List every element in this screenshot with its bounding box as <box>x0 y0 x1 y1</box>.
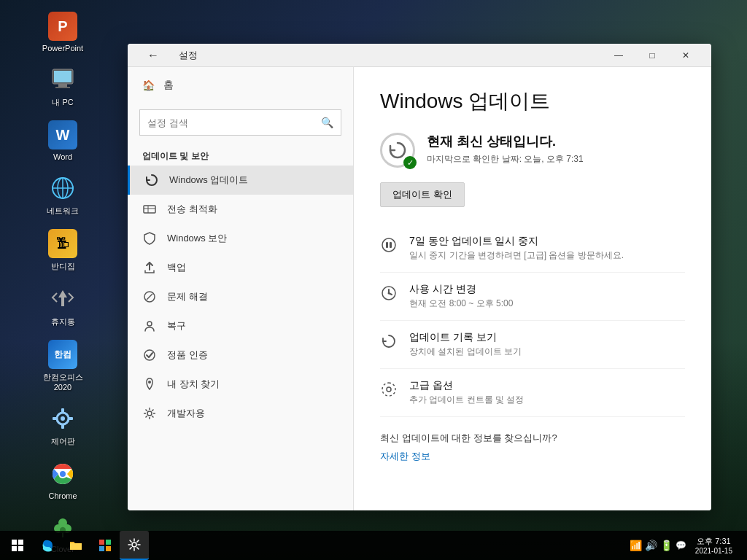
nav-label-find-device: 내 장치 찾기 <box>167 378 220 391</box>
start-button[interactable] <box>3 531 32 560</box>
option-advanced[interactable]: 고급 옵션 추가 업데이트 컨트롤 및 설정 <box>380 369 685 417</box>
taskbar-folder[interactable] <box>61 531 90 560</box>
svg-point-16 <box>60 471 66 477</box>
history-icon <box>380 332 398 350</box>
svg-line-36 <box>152 416 153 417</box>
svg-rect-54 <box>99 546 104 551</box>
sidebar-search-input[interactable] <box>147 117 315 128</box>
sidebar-item-activation[interactable]: 정품 인증 <box>128 341 353 370</box>
desktop-icon-bandzip[interactable]: 🗜 반디집 <box>34 225 92 276</box>
sidebar-item-backup[interactable]: 백업 <box>128 253 353 282</box>
maximize-button[interactable]: □ <box>635 44 669 67</box>
taskbar-settings-active[interactable] <box>120 531 149 560</box>
svg-rect-55 <box>106 546 111 551</box>
svg-rect-47 <box>12 540 17 545</box>
nav-label-security: Windows 보안 <box>167 232 227 245</box>
icon-label-powerpoint: PowerPoint <box>42 44 83 52</box>
desktop-icon-hancom[interactable]: 한컴 한컴오피스 2020 <box>34 335 92 396</box>
option-history-text: 업데이트 기록 보기 장치에 설치된 업데이트 보기 <box>409 331 522 358</box>
sidebar-search-box: 🔍 <box>139 109 341 136</box>
update-icon-wrap: ✓ <box>380 133 415 168</box>
sidebar-search-area: 🔍 <box>128 104 353 144</box>
sidebar-home[interactable]: 🏠 홈 <box>128 67 353 104</box>
sidebar-item-recovery[interactable]: 복구 <box>128 311 353 341</box>
option-pause[interactable]: 7일 동안 업데이트 일시 중지 일시 중지 기간을 변경하려면 [고급] 옵션… <box>380 225 685 273</box>
svg-point-30 <box>147 411 152 416</box>
desktop-icon-mypc[interactable]: 내 PC <box>34 61 92 112</box>
taskbar-time: 오후 7:31 <box>697 536 730 547</box>
window-controls: — □ ✕ <box>602 44 703 67</box>
desktop-icon-chrome[interactable]: Chrome <box>34 455 92 505</box>
svg-rect-48 <box>18 540 23 545</box>
update-options-list: 7일 동안 업데이트 일시 중지 일시 중지 기간을 변경하려면 [고급] 옵션… <box>380 225 685 417</box>
option-advanced-desc: 추가 업데이트 컨트롤 및 설정 <box>409 394 524 406</box>
icon-label-hancom: 한컴오피스 2020 <box>38 372 88 392</box>
sidebar-item-troubleshoot[interactable]: 문제 해결 <box>128 282 353 311</box>
taskbar-store[interactable] <box>90 531 120 560</box>
sidebar-item-delivery-opt[interactable]: 전송 최적화 <box>128 195 353 224</box>
svg-point-56 <box>132 542 136 547</box>
svg-rect-1 <box>54 71 71 82</box>
check-updates-button[interactable]: 업데이트 확인 <box>380 182 465 207</box>
bottom-link[interactable]: 자세한 정보 <box>380 451 430 462</box>
nav-label-update: Windows 업데이트 <box>169 174 248 187</box>
svg-rect-2 <box>58 84 67 87</box>
taskbar-items <box>32 531 630 560</box>
nav-icon-update <box>144 173 159 187</box>
option-hours-desc: 현재 오전 8:00 ~ 오후 5:00 <box>409 298 513 310</box>
svg-point-29 <box>148 381 151 384</box>
sidebar-section-title: 업데이트 및 보안 <box>128 144 353 166</box>
svg-line-26 <box>147 294 152 300</box>
content-title: Windows 업데이트 <box>380 88 685 115</box>
icon-label-control: 제어판 <box>51 436 75 447</box>
taskbar-notification-icon: 💬 <box>676 540 686 551</box>
sidebar-item-find-device[interactable]: 내 장치 찾기 <box>128 370 353 399</box>
gear-icon <box>380 381 398 398</box>
option-advanced-text: 고급 옵션 추가 업데이트 컨트롤 및 설정 <box>409 379 524 406</box>
sidebar-item-windows-update[interactable]: Windows 업데이트 <box>128 166 353 195</box>
svg-point-9 <box>61 416 65 421</box>
desktop-icon-area: P PowerPoint 내 PC W Word <box>0 0 125 560</box>
icon-label-network: 네트워크 <box>47 206 79 217</box>
option-active-hours[interactable]: 사용 시간 변경 현재 오전 8:00 ~ 오후 5:00 <box>380 273 685 321</box>
close-button[interactable]: ✕ <box>669 44 703 67</box>
svg-rect-40 <box>386 242 388 248</box>
taskbar-volume-icon: 🔊 <box>645 540 657 551</box>
sidebar-item-developer[interactable]: 개발자용 <box>128 399 353 428</box>
taskbar-edge[interactable] <box>32 531 61 560</box>
status-title: 현재 최신 상태입니다. <box>427 133 584 150</box>
desktop-icon-control[interactable]: 제어판 <box>34 400 92 451</box>
bottom-text: 최신 업데이트에 대한 정보를 찾으십니까? <box>380 432 685 445</box>
svg-point-46 <box>387 387 391 392</box>
nav-icon-backup <box>142 260 157 275</box>
update-status-box: ✓ 현재 최신 상태입니다. 마지막으로 확인한 날짜: 오늘, 오후 7:31 <box>380 133 685 168</box>
svg-rect-52 <box>99 540 104 545</box>
option-history[interactable]: 업데이트 기록 보기 장치에 설치된 업데이트 보기 <box>380 321 685 369</box>
window-title: 설정 <box>179 49 198 62</box>
svg-rect-49 <box>12 546 17 551</box>
taskbar-clock[interactable]: 오후 7:31 2021-01-15 <box>689 536 738 555</box>
option-advanced-title: 고급 옵션 <box>409 379 524 392</box>
svg-line-35 <box>146 410 147 411</box>
nav-icon-find-device <box>142 377 157 392</box>
back-button[interactable]: ← <box>136 44 170 67</box>
nav-icon-activation <box>142 348 157 362</box>
desktop-icon-recycle[interactable]: 휴지통 <box>34 280 92 332</box>
option-pause-title: 7일 동안 업데이트 일시 중지 <box>409 235 624 248</box>
nav-label-delivery: 전송 최적화 <box>167 203 217 216</box>
sidebar-item-security[interactable]: Windows 보안 <box>128 224 353 253</box>
window-titlebar: ← 설정 — □ ✕ <box>128 44 711 67</box>
svg-rect-22 <box>144 206 155 213</box>
desktop-icon-word[interactable]: W Word <box>34 116 92 166</box>
desktop-icon-network[interactable]: 네트워크 <box>34 169 92 221</box>
nav-icon-recovery <box>142 319 157 333</box>
desktop-icon-powerpoint[interactable]: P PowerPoint <box>34 7 92 57</box>
svg-line-37 <box>152 410 153 411</box>
nav-label-developer: 개발자용 <box>167 407 205 420</box>
sidebar-home-label: 홈 <box>163 79 174 92</box>
settings-sidebar: 🏠 홈 🔍 업데이트 및 보안 <box>128 67 354 510</box>
nav-label-recovery: 복구 <box>167 319 186 332</box>
settings-content: Windows 업데이트 ✓ 현재 최신 상태입니다. 마지막 <box>354 67 711 510</box>
minimize-button[interactable]: — <box>602 44 635 67</box>
nav-icon-delivery <box>142 202 157 217</box>
